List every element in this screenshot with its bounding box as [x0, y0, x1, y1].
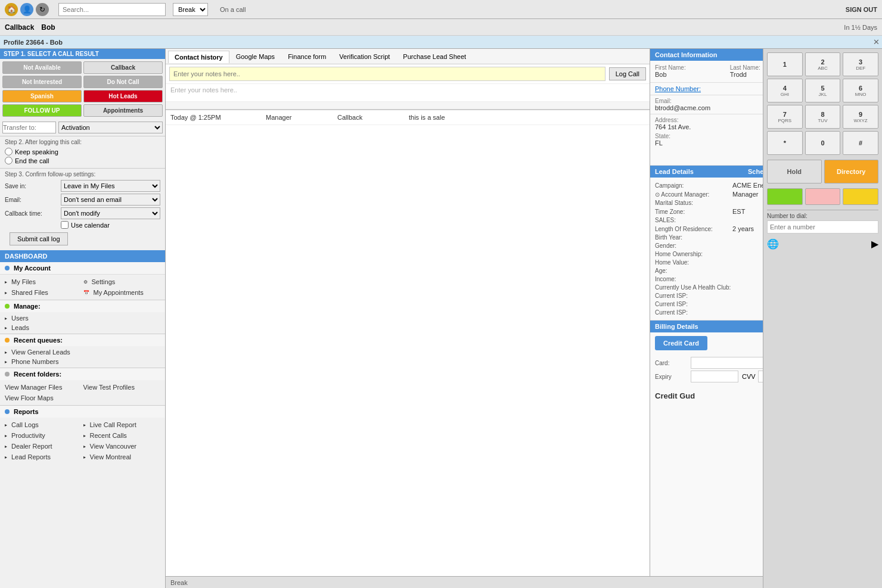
expiry-label: Expiry	[655, 374, 691, 380]
numpad-hash[interactable]: #	[843, 131, 878, 155]
callback-btn[interactable]: Callback	[83, 61, 163, 74]
close-button[interactable]: ✕	[873, 38, 880, 46]
hold-button[interactable]: Hold	[767, 160, 822, 183]
phone-number-field: Phone Number:	[655, 85, 765, 92]
middle-panel: Contact history Google Maps Finance form…	[166, 49, 650, 588]
settings-bullet: ⚙	[83, 279, 88, 285]
current-isp3-label: Current ISP:	[655, 309, 732, 316]
numpad-5[interactable]: 5JKL	[805, 79, 841, 102]
call-logs-link[interactable]: ▸ Call Logs	[5, 420, 82, 430]
my-files-link[interactable]: ▸ My Files	[5, 277, 82, 287]
numpad-icon1[interactable]: 🌐	[767, 238, 779, 250]
expiry-input[interactable]	[691, 371, 738, 382]
my-account-nav: ▸ My Files ⚙ Settings ▸ Shared Files 📅 M…	[0, 275, 165, 300]
spanish-btn[interactable]: Spanish	[2, 90, 82, 102]
numpad-icon2[interactable]: ▶	[871, 238, 878, 250]
leads-bullet: ▸	[5, 325, 7, 331]
top-bar: 🏠 👤 ↻ Break On a call SIGN OUT	[0, 0, 882, 19]
numpad-9[interactable]: 9WXYZ	[843, 105, 878, 129]
do-not-call-btn[interactable]: Do Not Call	[83, 76, 163, 88]
state-label: State:	[655, 133, 765, 139]
settings-link[interactable]: ⚙ Settings	[83, 277, 161, 287]
call-green-btn[interactable]	[767, 188, 803, 205]
not-interested-btn[interactable]: Not Interested	[2, 76, 82, 88]
person-icon[interactable]: 👤	[20, 3, 33, 16]
numpad-7[interactable]: 7PQRS	[767, 105, 803, 129]
use-calendar-checkbox[interactable]	[61, 221, 69, 229]
end-call-option[interactable]: End the call	[5, 157, 160, 164]
hot-leads-btn[interactable]: Hot Leads	[83, 90, 163, 102]
tab-purchase-lead-sheet[interactable]: Purchase Lead Sheet	[396, 50, 473, 63]
recent-queues-header: Recent queues:	[0, 334, 165, 346]
reports-icon	[5, 409, 10, 414]
my-appointments-link[interactable]: 📅 My Appointments	[83, 288, 161, 297]
users-link[interactable]: ▸ Users	[5, 313, 160, 323]
tab-contact-history[interactable]: Contact history	[168, 51, 229, 63]
view-montreal-label: View Montreal	[90, 453, 132, 461]
view-manager-files-link[interactable]: View Manager Files	[5, 382, 82, 392]
numpad-bottom-icons: 🌐 ▶	[767, 238, 878, 250]
follow-up-btn[interactable]: FOLLOW UP	[2, 104, 82, 117]
shared-files-link[interactable]: ▸ Shared Files	[5, 288, 82, 297]
callback-time-select[interactable]: Don't modify	[61, 207, 160, 219]
notes-input[interactable]	[169, 67, 605, 81]
break-dropdown[interactable]: Break	[173, 3, 208, 16]
live-call-report-link[interactable]: ▸ Live Call Report	[83, 420, 161, 430]
bottom-bar: Break	[166, 576, 763, 588]
leads-link[interactable]: ▸ Leads	[5, 323, 160, 332]
view-general-leads-link[interactable]: ▸ View General Leads	[5, 347, 160, 357]
transfer-input[interactable]	[2, 122, 56, 133]
refresh-icon[interactable]: ↻	[36, 3, 49, 16]
birth-year-label: Birth Year:	[655, 234, 732, 241]
view-vancouver-link[interactable]: ▸ View Vancouver	[83, 441, 161, 451]
log-call-button[interactable]: Log Call	[609, 67, 646, 80]
numpad-0[interactable]: 0	[805, 131, 841, 155]
call-yellow-btn[interactable]	[843, 188, 878, 205]
numpad-8[interactable]: 8TUV	[805, 105, 841, 129]
call-note: this is a sale	[409, 114, 645, 121]
end-call-label: End the call	[15, 157, 49, 164]
vmf-label: View Manager Files	[5, 384, 62, 391]
break-select[interactable]: Break	[173, 3, 208, 16]
home-icon[interactable]: 🏠	[5, 3, 18, 16]
save-in-select[interactable]: Leave in My Files	[61, 180, 160, 192]
appointments-btn[interactable]: Appointments	[83, 104, 163, 117]
numpad-6[interactable]: 6MNO	[843, 79, 878, 102]
view-floor-maps-link[interactable]: View Floor Maps	[5, 393, 82, 403]
settings-label: Settings	[92, 278, 116, 285]
numpad-star[interactable]: *	[767, 131, 803, 155]
dealer-report-link[interactable]: ▸ Dealer Report	[5, 441, 82, 451]
callback-days: In 1½ Days	[844, 24, 877, 31]
email-select[interactable]: Don't send an email	[61, 194, 160, 206]
bottom-break-label: Break	[170, 579, 188, 586]
phone-numbers-link[interactable]: ▸ Phone Numbers	[5, 357, 160, 366]
numpad-4[interactable]: 4GHI	[767, 79, 803, 102]
folders-grid: View Manager Files View Test Profiles Vi…	[0, 380, 165, 405]
keep-speaking-option[interactable]: Keep speaking	[5, 148, 160, 155]
submit-call-log-button[interactable]: Submit call log	[10, 232, 68, 245]
numpad-2[interactable]: 2ABC	[805, 52, 841, 76]
productivity-link[interactable]: ▸ Productivity	[5, 431, 82, 440]
numpad-3[interactable]: 3DEF	[843, 52, 878, 76]
view-montreal-link[interactable]: ▸ View Montreal	[83, 452, 161, 462]
directory-button[interactable]: Directory	[824, 160, 879, 183]
sign-out-button[interactable]: SIGN OUT	[846, 6, 877, 13]
numpad-1[interactable]: 1	[767, 52, 803, 76]
lead-reports-link[interactable]: ▸ Lead Reports	[5, 452, 82, 462]
tab-verification-script[interactable]: Verification Script	[333, 50, 396, 63]
dial-input[interactable]	[767, 220, 878, 234]
view-test-profiles-link[interactable]: View Test Profiles	[83, 382, 161, 392]
call-pink-btn[interactable]	[805, 188, 841, 205]
activation-select[interactable]: Activation	[58, 122, 163, 133]
phone-number-label[interactable]: Phone Number:	[655, 85, 765, 92]
on-call-label: On a call	[220, 6, 246, 13]
search-input[interactable]	[58, 3, 166, 16]
tab-google-maps[interactable]: Google Maps	[229, 50, 281, 63]
email-label: Email:	[655, 98, 765, 104]
recent-calls-link[interactable]: ▸ Recent Calls	[83, 431, 161, 440]
callback-label: Callback	[5, 23, 34, 32]
manage-list: ▸ Users ▸ Leads	[0, 312, 165, 334]
not-available-btn[interactable]: Not Available	[2, 61, 82, 74]
tab-finance-form[interactable]: Finance form	[281, 50, 333, 63]
credit-card-button[interactable]: Credit Card	[655, 336, 707, 350]
